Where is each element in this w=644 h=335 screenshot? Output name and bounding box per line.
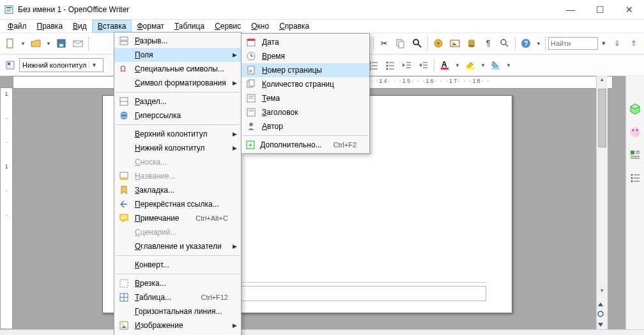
menu-item-заголовок[interactable]: Заголовок bbox=[241, 105, 369, 119]
highlight-icon[interactable] bbox=[463, 57, 478, 73]
cut-icon[interactable]: ✂ bbox=[376, 36, 392, 51]
sidebar-cube-icon[interactable] bbox=[627, 101, 643, 117]
menu-item-горизонтальная-линия-[interactable]: Горизонтальная линия... bbox=[114, 304, 241, 318]
email-icon[interactable] bbox=[70, 36, 86, 51]
zoom-icon[interactable] bbox=[497, 36, 512, 51]
dropdown-arrow-icon[interactable]: ▼ bbox=[479, 57, 487, 73]
styles-icon[interactable] bbox=[3, 57, 18, 73]
nonprinting-icon[interactable]: ¶ bbox=[480, 36, 496, 51]
menu-item-нижний-колонтитул[interactable]: Нижний колонтитул▶ bbox=[114, 141, 241, 155]
submenu-arrow-icon: ▶ bbox=[233, 243, 237, 249]
menu-item-оглавление-и-указатели[interactable]: Оглавление и указатели▶ bbox=[114, 239, 241, 253]
copy-icon[interactable] bbox=[393, 36, 408, 51]
dropdown-arrow-icon[interactable]: ▼ bbox=[505, 57, 512, 73]
menu-вставка[interactable]: Вставка bbox=[92, 20, 132, 33]
horizontal-scrollbar[interactable] bbox=[0, 329, 644, 335]
dropdown-arrow-icon[interactable]: ▼ bbox=[19, 36, 27, 51]
paragraph-style-dropdown[interactable]: Нижний колонтитул▼ bbox=[19, 58, 103, 72]
hyperlink-icon bbox=[117, 108, 131, 123]
svg-rect-1 bbox=[6, 7, 12, 8]
svg-rect-50 bbox=[466, 68, 474, 70]
find-next-icon[interactable]: ⇑ bbox=[626, 36, 641, 51]
menu-item-разрыв-[interactable]: Разрыв... bbox=[114, 34, 241, 48]
svg-point-18 bbox=[437, 42, 440, 45]
menu-item-номер-страницы[interactable]: #Номер страницы bbox=[241, 63, 369, 77]
open-icon[interactable] bbox=[28, 36, 43, 51]
svg-point-64 bbox=[631, 177, 633, 179]
dropdown-arrow-icon[interactable]: ▼ bbox=[45, 36, 52, 51]
bullet-list-icon[interactable] bbox=[383, 57, 398, 73]
menu-сервис[interactable]: Сервис bbox=[210, 20, 246, 32]
time-icon bbox=[244, 49, 258, 63]
menu-item-видео-и-звук[interactable]: Видео и звук bbox=[114, 332, 241, 335]
menu-item-название-: Название... bbox=[114, 169, 241, 183]
menu-item-автор[interactable]: Автор bbox=[241, 119, 369, 133]
find-icon[interactable] bbox=[410, 36, 425, 51]
menu-item-таблица-[interactable]: Таблица...Ctrl+F12 bbox=[114, 290, 241, 304]
menu-формат[interactable]: Формат bbox=[132, 20, 169, 32]
menu-правка[interactable]: Правка bbox=[32, 20, 68, 32]
bg-color-icon[interactable] bbox=[488, 57, 503, 73]
increase-indent-icon[interactable] bbox=[416, 57, 431, 73]
menu-таблица[interactable]: Таблица bbox=[169, 20, 210, 32]
close-button[interactable]: ✕ bbox=[615, 0, 644, 19]
vertical-ruler[interactable]: 1··1·· bbox=[0, 87, 13, 329]
menu-справка[interactable]: Справка bbox=[274, 20, 314, 32]
maximize-button[interactable]: ☐ bbox=[585, 0, 615, 19]
subject-icon bbox=[244, 91, 258, 105]
menu-item-время[interactable]: Время bbox=[241, 49, 369, 63]
sidebar-wrap-icon[interactable] bbox=[627, 147, 643, 163]
dropdown-arrow-icon[interactable]: ▼ bbox=[454, 57, 461, 73]
menu-файл[interactable]: Файл bbox=[3, 20, 32, 32]
svg-rect-49 bbox=[441, 68, 448, 70]
menu-вид[interactable]: Вид bbox=[68, 20, 92, 32]
sidebar-paint-icon[interactable] bbox=[627, 124, 643, 140]
submenu-arrow-icon: ▶ bbox=[233, 145, 237, 151]
new-doc-icon[interactable] bbox=[3, 36, 18, 51]
fields-submenu-dropdown: ДатаВремя#Номер страницыКоличество стран… bbox=[241, 33, 370, 154]
menu-item-тема[interactable]: Тема bbox=[241, 91, 369, 105]
datasource-icon[interactable] bbox=[464, 36, 479, 51]
menu-item-количество-страниц[interactable]: Количество страниц bbox=[241, 77, 369, 91]
svg-point-38 bbox=[387, 65, 388, 67]
minimize-button[interactable]: — bbox=[556, 0, 585, 19]
pagecount-icon bbox=[244, 77, 258, 91]
menu-item-конверт-[interactable]: Конверт... bbox=[114, 258, 241, 272]
blank-icon bbox=[117, 258, 131, 272]
menu-item-врезка-[interactable]: Врезка... bbox=[114, 276, 241, 290]
menu-item-дополнительно-[interactable]: +Дополнительно...Ctrl+F2 bbox=[241, 138, 369, 152]
menu-item-символ-форматирования[interactable]: Символ форматирования▶ bbox=[114, 76, 241, 90]
menu-item-сценарий-: Сценарий... bbox=[114, 225, 241, 239]
svg-text:Ω: Ω bbox=[120, 64, 126, 73]
gallery-icon[interactable] bbox=[447, 36, 463, 51]
find-toolbar: ▼ ⇓ ⇑ bbox=[548, 36, 641, 51]
find-dropdown-icon[interactable]: ▼ bbox=[599, 36, 608, 51]
menu-item-специальные-символы-[interactable]: ΩСпециальные символы... bbox=[114, 62, 241, 76]
decrease-indent-icon[interactable] bbox=[399, 57, 415, 73]
sidebar-panel bbox=[625, 76, 644, 329]
vertical-scrollbar[interactable]: ▴ ▾ bbox=[596, 76, 608, 329]
menu-окно[interactable]: Окно bbox=[246, 20, 274, 32]
font-color-icon[interactable]: A bbox=[437, 57, 452, 73]
save-icon[interactable] bbox=[54, 36, 69, 51]
help-icon[interactable]: ? bbox=[518, 36, 533, 51]
menu-item-раздел-[interactable]: Раздел... bbox=[114, 94, 241, 108]
navigator-icon[interactable] bbox=[431, 36, 446, 51]
menu-item-примечание[interactable]: ПримечаниеCtrl+Alt+C bbox=[114, 211, 241, 225]
svg-rect-57 bbox=[631, 151, 634, 154]
menu-item-дата[interactable]: Дата bbox=[241, 35, 369, 49]
svg-point-24 bbox=[501, 40, 506, 45]
menu-item-верхний-колонтитул[interactable]: Верхний колонтитул▶ bbox=[114, 127, 241, 141]
find-input[interactable] bbox=[548, 37, 598, 50]
author-icon bbox=[244, 119, 258, 133]
menu-item-перекр-стная-ссылка-[interactable]: Перекрёстная ссылка... bbox=[114, 197, 241, 211]
svg-rect-98 bbox=[249, 80, 254, 86]
dropdown-arrow-icon[interactable]: ▼ bbox=[535, 36, 542, 51]
menu-item-поля[interactable]: Поля▶ bbox=[114, 48, 241, 62]
svg-point-55 bbox=[636, 130, 638, 131]
sidebar-bullets-icon[interactable] bbox=[627, 170, 643, 186]
menu-item-закладка-[interactable]: Закладка... bbox=[114, 183, 241, 197]
menu-item-изображение[interactable]: Изображение▶ bbox=[114, 318, 241, 332]
find-prev-icon[interactable]: ⇓ bbox=[610, 36, 625, 51]
menu-item-гиперссылка[interactable]: Гиперссылка bbox=[114, 108, 241, 123]
